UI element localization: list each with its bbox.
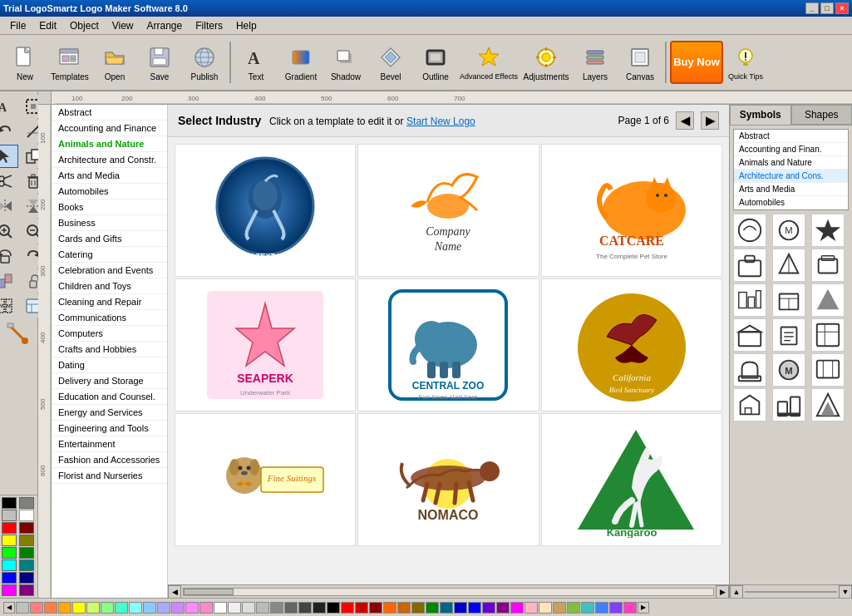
swatch-yellow[interactable]: [2, 535, 17, 546]
swatch-1[interactable]: [30, 602, 43, 614]
logo-template-7[interactable]: Fine Suitings: [175, 413, 356, 546]
logo-template-8[interactable]: NOMACO: [357, 413, 539, 546]
menu-object[interactable]: Object: [63, 18, 106, 33]
category-catering[interactable]: Catering: [52, 247, 167, 263]
symbols-tab[interactable]: Symbols: [730, 105, 791, 125]
swatch-16[interactable]: [242, 602, 255, 614]
category-business[interactable]: Business: [52, 215, 167, 231]
quick-tips-button[interactable]: Quick Tips: [725, 37, 766, 87]
category-computers[interactable]: Computers: [52, 326, 167, 342]
swatch-40[interactable]: [581, 602, 594, 614]
adjustments-button[interactable]: Adjustments: [520, 37, 572, 87]
swatch-19[interactable]: [284, 602, 298, 614]
category-communications[interactable]: Communications: [52, 310, 167, 326]
start-new-logo-link[interactable]: Start New Logo: [406, 116, 475, 127]
menu-file[interactable]: File: [3, 18, 32, 33]
canvas-button[interactable]: Canvas: [618, 37, 662, 87]
swatch-purple[interactable]: [19, 584, 34, 596]
swatch-24[interactable]: [355, 602, 368, 614]
scroll-right-btn[interactable]: ▶: [716, 585, 729, 599]
publish-button[interactable]: Publish: [183, 37, 226, 87]
swatch-21[interactable]: [313, 602, 326, 614]
swatch-3[interactable]: [58, 602, 71, 614]
symbol-8[interactable]: [772, 283, 805, 317]
advanced-effects-button[interactable]: Advanced Effects: [459, 37, 519, 87]
category-education[interactable]: Education and Counsel.: [52, 389, 167, 405]
swatch-35[interactable]: [510, 602, 524, 614]
swatch-20[interactable]: [298, 602, 312, 614]
symbol-7[interactable]: [733, 283, 766, 317]
swatch-red[interactable]: [2, 522, 17, 534]
category-abstract[interactable]: Abstract: [52, 105, 167, 121]
category-crafts[interactable]: Crafts and Hobbies: [52, 342, 167, 357]
menu-help[interactable]: Help: [229, 18, 263, 33]
swatch-navy[interactable]: [19, 572, 34, 584]
close-btn[interactable]: ×: [835, 2, 849, 14]
menu-edit[interactable]: Edit: [32, 18, 63, 33]
menu-arrange[interactable]: Arrange: [140, 18, 190, 33]
logo-template-1[interactable]: YOUR TEXT HERE: [175, 144, 356, 277]
sym-cat-arts[interactable]: Arts and Media: [734, 183, 848, 196]
menu-filters[interactable]: Filters: [189, 18, 229, 33]
swatch-lime[interactable]: [2, 547, 17, 559]
swatch-34[interactable]: [496, 602, 510, 614]
text-button[interactable]: A Text: [234, 37, 278, 87]
scroll-thumb[interactable]: [184, 589, 234, 595]
symbol-6[interactable]: [811, 249, 845, 282]
swatch-blue[interactable]: [2, 572, 17, 584]
swatch-black[interactable]: [2, 497, 17, 509]
shapes-tab[interactable]: Shapes: [791, 105, 853, 125]
maximize-btn[interactable]: □: [820, 2, 834, 14]
swatch-7[interactable]: [115, 602, 128, 614]
swatch-9[interactable]: [143, 602, 156, 614]
category-fashion[interactable]: Fashion and Accessories: [52, 452, 167, 468]
symbol-5[interactable]: [772, 249, 805, 282]
arrange-tool[interactable]: [0, 269, 18, 293]
swatch-13[interactable]: [199, 602, 213, 614]
scissors-tool[interactable]: [0, 170, 18, 193]
symbol-17[interactable]: [772, 388, 805, 421]
swatch-maroon[interactable]: [19, 522, 34, 534]
swatch-15[interactable]: [228, 602, 241, 614]
symbol-11[interactable]: [772, 318, 805, 352]
category-books[interactable]: Books: [52, 200, 167, 215]
menu-view[interactable]: View: [106, 18, 140, 33]
shadow-button[interactable]: Shadow: [324, 37, 367, 87]
swatch-aqua[interactable]: [2, 559, 17, 571]
color-scroll-left[interactable]: ◀: [3, 602, 15, 614]
category-entertainment[interactable]: Entertainment: [52, 436, 167, 452]
swatch-27[interactable]: [397, 602, 411, 614]
swatch-gray[interactable]: [19, 497, 34, 509]
gradient-button[interactable]: Gradient: [279, 37, 323, 87]
category-engineering[interactable]: Engineering and Tools: [52, 421, 167, 436]
symbol-15[interactable]: [811, 353, 845, 387]
right-scroll-up[interactable]: ▲: [730, 585, 743, 599]
symbol-1[interactable]: [733, 214, 766, 247]
swatch-teal[interactable]: [19, 559, 34, 571]
sym-cat-animals[interactable]: Animals and Nature: [734, 156, 848, 170]
swatch-11[interactable]: [171, 602, 185, 614]
minimize-btn[interactable]: _: [805, 2, 819, 14]
sym-cat-abstract[interactable]: Abstract: [734, 130, 848, 143]
swatch-olive[interactable]: [19, 535, 34, 546]
category-energy[interactable]: Energy and Services: [52, 405, 167, 421]
logo-template-4[interactable]: SEAPERK Underwater Park: [175, 278, 356, 411]
swatch-36[interactable]: [524, 602, 538, 614]
logo-template-3[interactable]: CATCARE The Complete Pet Store: [541, 144, 722, 277]
swatch-18[interactable]: [270, 602, 283, 614]
layers-button[interactable]: Layers: [574, 37, 617, 87]
category-architecture[interactable]: Architecture and Constr.: [52, 152, 167, 168]
sym-cat-accounting[interactable]: Accounting and Finan.: [734, 143, 848, 156]
swatch-10[interactable]: [157, 602, 170, 614]
category-celebration[interactable]: Celebration and Events: [52, 263, 167, 278]
swatch-white[interactable]: [19, 510, 34, 521]
right-scroll-down[interactable]: ▼: [839, 585, 852, 599]
save-button[interactable]: Save: [138, 37, 181, 87]
swatch-25[interactable]: [369, 602, 382, 614]
swatch-23[interactable]: [341, 602, 354, 614]
swatch-29[interactable]: [426, 602, 439, 614]
swatch-39[interactable]: [567, 602, 580, 614]
swatch-31[interactable]: [454, 602, 467, 614]
buy-now-button[interactable]: Buy Now: [670, 41, 723, 84]
sym-cat-architecture[interactable]: Architecture and Cons.: [734, 170, 848, 183]
